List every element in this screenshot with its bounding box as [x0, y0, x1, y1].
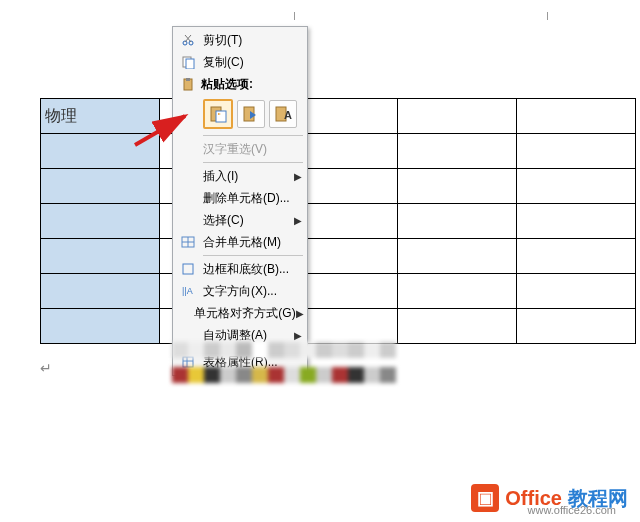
table-cell[interactable] [41, 204, 160, 239]
menu-text-direction[interactable]: ||A 文字方向(X)... [175, 280, 305, 302]
submenu-arrow-icon: ▶ [291, 330, 305, 341]
table-cell[interactable] [41, 134, 160, 169]
paste-options-row: A [175, 95, 305, 133]
menu-cell-align[interactable]: 单元格对齐方式(G) ▶ [175, 302, 305, 324]
menu-label: 自动调整(A) [201, 327, 291, 344]
menu-label: 选择(C) [201, 212, 291, 229]
paste-text-only-button[interactable]: A [269, 100, 297, 128]
menu-cut[interactable]: 剪切(T) [175, 29, 305, 51]
paste-keep-source-button[interactable] [203, 99, 233, 129]
menu-label: 插入(I) [201, 168, 291, 185]
table-cell[interactable] [41, 239, 160, 274]
svg-rect-7 [186, 78, 190, 81]
paragraph-mark: ↵ [40, 360, 52, 376]
merge-cells-icon [175, 235, 201, 249]
table-cell[interactable] [41, 169, 160, 204]
table-cell[interactable] [41, 309, 160, 344]
menu-label: 汉字重选(V) [201, 141, 305, 158]
table-cell[interactable] [41, 274, 160, 309]
menu-label: 边框和底纹(B)... [201, 261, 305, 278]
ruler [172, 4, 592, 24]
menu-hanzi-reselect: 汉字重选(V) [175, 138, 305, 160]
blurred-region [172, 342, 402, 392]
menu-label: 文字方向(X)... [201, 283, 305, 300]
table-cell[interactable] [517, 99, 636, 134]
menu-insert[interactable]: 插入(I) ▶ [175, 165, 305, 187]
copy-icon [175, 55, 201, 69]
document-table[interactable]: 物理 [40, 98, 636, 344]
menu-merge-cells[interactable]: 合并单元格(M) [175, 231, 305, 253]
menu-label: 复制(C) [201, 54, 305, 71]
office-logo-icon: ▣ [471, 484, 499, 512]
menu-borders[interactable]: 边框和底纹(B)... [175, 258, 305, 280]
context-menu: 剪切(T) 复制(C) 粘贴选项: A [172, 26, 308, 376]
svg-text:||A: ||A [182, 286, 193, 296]
watermark: ▣ Office教程网 www.office26.com [471, 484, 628, 512]
menu-label: 单元格对齐方式(G) [192, 305, 295, 322]
clipboard-icon [175, 77, 201, 91]
table-cell-header[interactable]: 物理 [41, 99, 160, 134]
borders-icon [175, 262, 201, 276]
scissors-icon [175, 33, 201, 47]
menu-select[interactable]: 选择(C) ▶ [175, 209, 305, 231]
menu-delete-cells[interactable]: 删除单元格(D)... [175, 187, 305, 209]
svg-text:A: A [284, 109, 292, 121]
svg-rect-5 [186, 59, 194, 69]
menu-paste-header: 粘贴选项: [175, 73, 305, 95]
submenu-arrow-icon: ▶ [291, 215, 305, 226]
menu-label: 合并单元格(M) [201, 234, 305, 251]
svg-rect-9 [216, 111, 226, 122]
submenu-arrow-icon: ▶ [291, 171, 305, 182]
menu-label: 剪切(T) [201, 32, 305, 49]
svg-rect-16 [183, 264, 193, 274]
submenu-arrow-icon: ▶ [296, 308, 305, 319]
table-cell[interactable] [398, 99, 517, 134]
menu-copy[interactable]: 复制(C) [175, 51, 305, 73]
paste-merge-button[interactable] [237, 100, 265, 128]
menu-label: 删除单元格(D)... [201, 190, 305, 207]
text-direction-icon: ||A [175, 284, 201, 298]
brand-url: www.office26.com [528, 504, 616, 516]
